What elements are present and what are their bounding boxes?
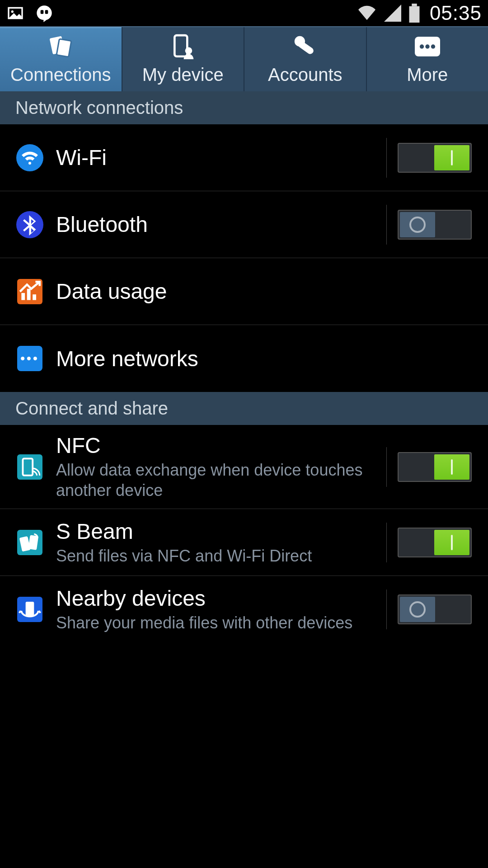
divider <box>386 447 387 487</box>
status-bar: 05:35 <box>0 0 488 26</box>
signal-status-icon <box>384 5 402 22</box>
tab-label: Accounts <box>268 65 343 85</box>
more-networks-icon: ••• <box>16 345 43 372</box>
svg-rect-20 <box>27 288 31 300</box>
row-title: S Beam <box>56 519 375 544</box>
row-more-networks[interactable]: ••• More networks <box>0 325 488 392</box>
row-data-usage[interactable]: Data usage <box>0 258 488 325</box>
section-header-connect-share: Connect and share <box>0 392 488 425</box>
battery-status-icon <box>408 4 421 23</box>
svg-rect-8 <box>174 35 187 57</box>
row-title: NFC <box>56 433 375 458</box>
sbeam-icon <box>16 529 43 556</box>
svg-point-15 <box>431 44 435 48</box>
wifi-icon <box>16 144 43 171</box>
my-device-icon <box>171 34 195 59</box>
svg-point-9 <box>185 47 192 54</box>
section-header-network: Network connections <box>0 91 488 124</box>
row-title: More networks <box>56 346 472 371</box>
bluetooth-toggle[interactable] <box>398 210 472 240</box>
svg-rect-19 <box>21 293 25 300</box>
hangouts-notification-icon <box>35 4 53 22</box>
svg-rect-2 <box>41 10 44 14</box>
svg-point-14 <box>425 44 429 48</box>
tab-more[interactable]: More <box>367 27 488 91</box>
row-subtitle: Allow data exchange when device touches … <box>56 460 375 500</box>
nfc-toggle[interactable] <box>398 452 472 482</box>
connections-icon <box>47 34 74 59</box>
row-wifi[interactable]: Wi-Fi <box>0 124 488 191</box>
svg-point-13 <box>420 44 424 48</box>
svg-rect-5 <box>409 6 419 23</box>
divider <box>386 523 387 562</box>
settings-tab-bar: Connections My device Accounts More <box>0 26 488 91</box>
tab-connections[interactable]: Connections <box>0 27 122 91</box>
nearby-devices-icon <box>16 596 43 623</box>
gallery-notification-icon <box>6 4 24 22</box>
divider <box>386 590 387 629</box>
row-title: Bluetooth <box>56 212 375 237</box>
svg-rect-11 <box>297 40 315 55</box>
more-icon <box>415 34 440 59</box>
tab-label: Connections <box>10 65 111 85</box>
svg-point-1 <box>11 10 14 13</box>
wifi-toggle[interactable] <box>398 143 472 173</box>
row-title: Data usage <box>56 279 472 304</box>
row-nearby-devices[interactable]: Nearby devices Share your media files wi… <box>0 576 488 643</box>
divider <box>386 205 387 245</box>
row-nfc[interactable]: NFC Allow data exchange when device touc… <box>0 425 488 509</box>
nfc-icon <box>16 453 43 481</box>
row-subtitle: Share your media files with other device… <box>56 613 375 633</box>
tab-label: More <box>407 65 448 85</box>
row-bluetooth[interactable]: Bluetooth <box>0 191 488 258</box>
svg-rect-28 <box>26 602 34 616</box>
divider <box>386 138 387 178</box>
bluetooth-icon <box>16 211 43 238</box>
row-sbeam[interactable]: S Beam Send files via NFC and Wi-Fi Dire… <box>0 509 488 576</box>
data-usage-icon <box>16 278 43 305</box>
accounts-icon <box>292 34 318 59</box>
row-subtitle: Send files via NFC and Wi-Fi Direct <box>56 546 375 566</box>
row-title: Nearby devices <box>56 586 375 611</box>
status-time: 05:35 <box>430 2 482 24</box>
wifi-status-icon <box>357 5 377 22</box>
tab-label: My device <box>142 65 224 85</box>
nearby-toggle[interactable] <box>398 594 472 624</box>
row-title: Wi-Fi <box>56 145 375 170</box>
svg-rect-21 <box>33 294 36 300</box>
svg-rect-4 <box>412 4 417 6</box>
svg-rect-3 <box>45 10 48 14</box>
svg-rect-7 <box>56 38 71 57</box>
tab-accounts[interactable]: Accounts <box>244 27 367 91</box>
tab-my-device[interactable]: My device <box>122 27 245 91</box>
sbeam-toggle[interactable] <box>398 528 472 557</box>
